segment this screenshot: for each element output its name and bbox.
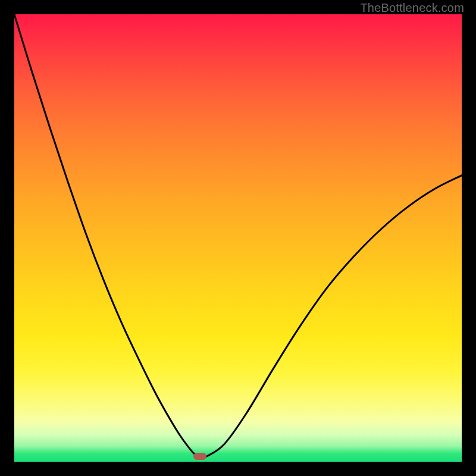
curve-svg — [14, 14, 462, 462]
bottleneck-curve — [14, 14, 462, 458]
plot-area — [14, 14, 462, 462]
chart-frame: TheBottleneck.com — [0, 0, 476, 476]
optimum-marker — [193, 453, 206, 460]
watermark-text: TheBottleneck.com — [360, 1, 464, 15]
